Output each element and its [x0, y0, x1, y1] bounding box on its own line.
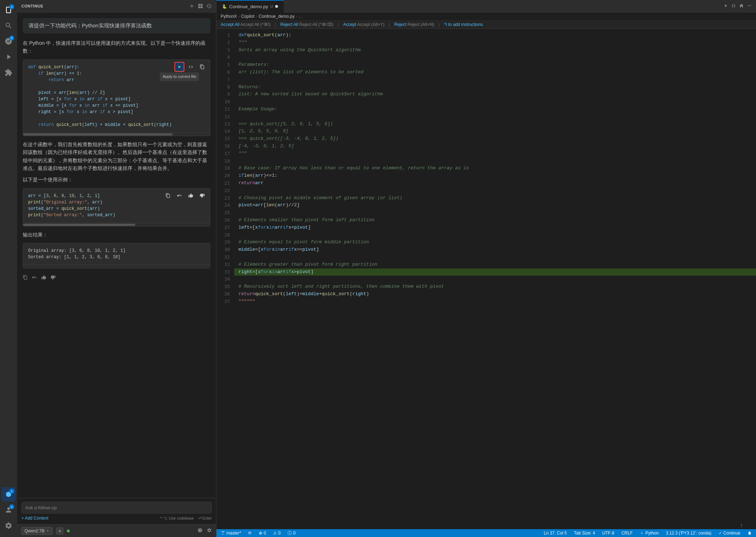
- sidebar-item-extensions[interactable]: [1, 65, 16, 80]
- user-icon-btn[interactable]: 1: [1, 503, 16, 517]
- code-line-3: Sorts an array using the QuickSort algor…: [234, 47, 756, 54]
- breadcrumb-python[interactable]: PythonX: [221, 14, 237, 19]
- code-line-5: Parameters:: [234, 61, 756, 69]
- python-icon: 🐍: [222, 4, 227, 9]
- editor-content[interactable]: def quick_sort(arr): """ Sorts an array …: [234, 29, 756, 529]
- dislike-response-btn[interactable]: [51, 274, 56, 282]
- editor-breadcrumb: PythonX › Copilot › Continue_demo.py › .…: [216, 12, 756, 21]
- ln-5: 5: [216, 61, 230, 69]
- add-chat-btn[interactable]: [189, 3, 195, 9]
- model-selector[interactable]: Qwen2:7B: [21, 527, 53, 535]
- chat-area[interactable]: 请提供一下功能代码：Python实现快速排序算法函数 在 Python 中，快速…: [17, 12, 216, 498]
- history-btn[interactable]: [206, 3, 212, 9]
- code-line-14: [1, 2, 5, 5, 6, 9]: [234, 128, 756, 135]
- layout-btn[interactable]: [198, 3, 203, 9]
- sync-item[interactable]: ⟳: [247, 531, 253, 536]
- ln-26: 26: [216, 217, 230, 224]
- ln-24: 24: [216, 202, 230, 209]
- code-line-31: [234, 254, 756, 261]
- status-bar: master* ⟳ ⊗ 0 ⚠ 0 ⓘ 0 Ln 37, Col 5 Tab S…: [216, 529, 756, 537]
- code-line-12: [234, 113, 756, 121]
- split-editor-btn[interactable]: [739, 3, 744, 9]
- ln-15: 15: [216, 135, 230, 143]
- encoding-item[interactable]: UTF-8: [601, 531, 616, 536]
- git-branch-label: master*: [226, 531, 241, 536]
- code-line-19: # Base case: If array has less than or e…: [234, 165, 756, 172]
- code-line-16: [-4, -3, 0, 1, 2, 5]: [234, 143, 756, 150]
- tab-continue-demo[interactable]: 🐍 Continue_demo.py U: [216, 0, 284, 12]
- undo-example-btn[interactable]: [174, 191, 184, 201]
- code-line-7: [234, 76, 756, 84]
- code-line-30: middle = [x for x in arr if x == pivot]: [234, 246, 756, 254]
- sidebar-item-files[interactable]: 1: [1, 3, 16, 17]
- line-ending-item[interactable]: CRLF: [620, 531, 634, 536]
- user-message: 请提供一下功能代码：Python实现快速排序算法函数: [23, 18, 210, 33]
- add-model-btn[interactable]: +: [56, 527, 63, 535]
- like-response-btn[interactable]: [41, 274, 46, 282]
- svg-point-1: [641, 533, 642, 534]
- code-block-main: Apply to current file def quick_sort(arr…: [23, 59, 210, 136]
- reject-all-btn[interactable]: Reject All Reject All (^⌘⌫): [280, 22, 333, 27]
- regenerate-btn[interactable]: [32, 274, 37, 282]
- code-line-2: """: [234, 39, 756, 47]
- info-label: ⓘ 0: [288, 530, 295, 536]
- info-item[interactable]: ⓘ 0: [286, 530, 297, 536]
- more-tab-actions-btn[interactable]: [747, 3, 752, 9]
- git-branch-item[interactable]: master*: [219, 531, 242, 536]
- sidebar-item-run[interactable]: [1, 50, 16, 64]
- thumbup-btn[interactable]: [186, 191, 196, 201]
- accept-all-btn[interactable]: Accept All Accept All (^⌘I): [221, 22, 271, 27]
- panel-title: CONTINUE: [21, 4, 43, 8]
- breadcrumb-more[interactable]: ...: [299, 14, 302, 19]
- code-block-example: arr = [3, 6, 8, 10, 1, 2, 1] print("Orig…: [23, 188, 210, 227]
- ln-9: 9: [216, 91, 230, 98]
- enter-shortcut: ⏎ Enter: [198, 516, 212, 521]
- ln-8: 8: [216, 84, 230, 91]
- breadcrumb-file[interactable]: Continue_demo.py: [259, 14, 295, 19]
- position-item[interactable]: Ln 37, Col 5: [542, 531, 568, 536]
- help-btn[interactable]: [198, 528, 203, 534]
- continue-badge: 1: [9, 489, 14, 494]
- python-version-item[interactable]: 3.12.3 ('PY3.12': conda): [665, 531, 713, 536]
- notification-item[interactable]: [746, 531, 753, 535]
- ln-29: 29: [216, 239, 230, 246]
- errors-item[interactable]: ⊗ 0: [257, 531, 267, 536]
- files-badge: 1: [9, 4, 14, 9]
- arrow-up-indicator: ↑: [740, 522, 743, 529]
- sidebar-item-source-control[interactable]: 5: [1, 34, 16, 48]
- add-instructions-btn[interactable]: ^I to add instructions: [444, 22, 483, 27]
- codebase-shortcut: ^ ⌥ Use codebase: [160, 516, 194, 521]
- editor-panel: 🐍 Continue_demo.py U PythonX › Copilot ›: [216, 0, 756, 537]
- apply-to-file-btn[interactable]: Apply to current file: [174, 62, 184, 72]
- accept-next-btn[interactable]: Accept Accept (Alt+Y): [343, 22, 384, 27]
- code-line-29: # Elements equal to pivot form middle pa…: [234, 239, 756, 246]
- sidebar-item-search[interactable]: [1, 18, 16, 33]
- continue-status-item[interactable]: ✓ Continue ↑: [717, 531, 742, 536]
- ln-22: 22: [216, 187, 230, 195]
- copy-response-btn[interactable]: [23, 274, 28, 282]
- thumbdown-btn[interactable]: [197, 191, 207, 201]
- run-file-btn[interactable]: [723, 3, 728, 9]
- ln-31: 31: [216, 254, 230, 261]
- copy-example-btn[interactable]: [163, 191, 173, 201]
- ln-33: 33: [216, 268, 230, 276]
- insert-code-btn[interactable]: [186, 62, 196, 72]
- warnings-item[interactable]: ⚠ 0: [272, 531, 282, 536]
- ln-37: 37: [216, 298, 230, 305]
- model-name: Qwen2:7B: [25, 528, 44, 533]
- reject-next-btn[interactable]: Reject Reject (Alt+N): [394, 22, 434, 27]
- add-context-btn[interactable]: + Add Context: [21, 516, 48, 521]
- line-ending-label: CRLF: [621, 531, 632, 536]
- breadcrumb-copilot[interactable]: Copilot: [241, 14, 254, 19]
- code-line-13: >>> quick_sort([5, 2, 9, 1, 5, 6]): [234, 121, 756, 128]
- tab-size-item[interactable]: Tab Size: 4: [573, 531, 597, 536]
- debug-btn[interactable]: [731, 3, 736, 9]
- follow-up-input-placeholder: Ask a follow-up: [21, 502, 212, 514]
- code-line-28: [234, 232, 756, 239]
- sidebar-item-continue[interactable]: 1: [1, 487, 16, 501]
- settings-icon-btn[interactable]: [1, 519, 16, 533]
- user-message-text: 请提供一下功能代码：Python实现快速排序算法函数: [28, 22, 152, 28]
- more-settings-btn[interactable]: [207, 528, 212, 534]
- copy-code-btn[interactable]: [197, 62, 207, 72]
- language-item[interactable]: Python: [638, 531, 660, 536]
